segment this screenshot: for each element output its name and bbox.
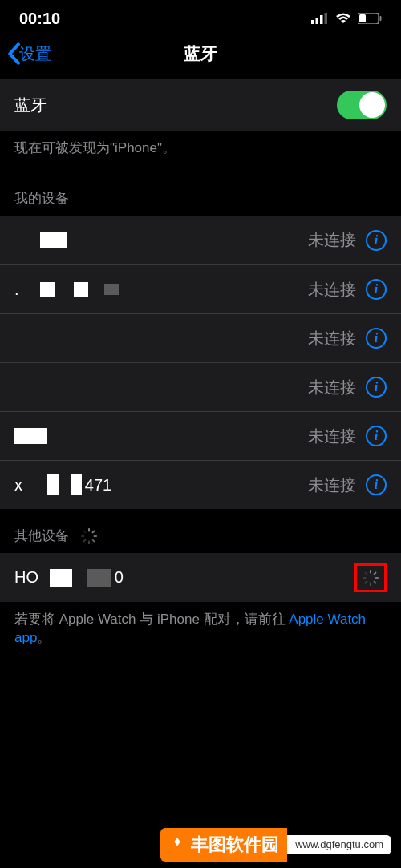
svg-rect-3	[325, 13, 328, 24]
battery-icon	[358, 10, 382, 28]
svg-rect-6	[380, 16, 382, 21]
device-name: .	[14, 281, 119, 299]
device-row[interactable]: 未连接i	[0, 216, 401, 264]
my-devices-list: 未连接i . 未连接i 未连接i 未连接i 未连接i x 471 未连接i	[0, 216, 401, 509]
device-name	[14, 381, 18, 394]
svg-rect-0	[311, 20, 314, 24]
device-row[interactable]: 未连接i	[0, 362, 401, 411]
device-row[interactable]: . 未连接i	[0, 264, 401, 313]
device-row[interactable]: 未连接i	[0, 411, 401, 460]
spinner-icon	[362, 569, 379, 587]
info-icon[interactable]: i	[366, 328, 387, 349]
device-name	[14, 428, 47, 444]
svg-rect-11	[88, 540, 90, 544]
svg-rect-14	[83, 530, 87, 534]
cellular-icon	[311, 10, 329, 28]
apple-watch-footer: 若要将 Apple Watch 与 iPhone 配对，请前往 Apple Wa…	[0, 602, 401, 661]
svg-rect-17	[375, 577, 379, 579]
device-status: 未连接	[308, 377, 356, 398]
bluetooth-toggle-row[interactable]: 蓝牙	[0, 79, 401, 131]
device-status: 未连接	[308, 229, 356, 251]
bluetooth-toggle-section: 蓝牙	[0, 79, 401, 131]
device-name: HO 0	[14, 568, 124, 587]
svg-rect-2	[320, 15, 323, 24]
info-icon[interactable]: i	[366, 230, 387, 251]
other-devices-list: HO 0	[0, 553, 401, 602]
device-name	[14, 231, 67, 249]
watermark: 丰图软件园 www.dgfengtu.com	[0, 822, 401, 868]
svg-rect-1	[316, 18, 319, 24]
other-device-row[interactable]: HO 0	[0, 553, 401, 602]
bluetooth-label: 蓝牙	[14, 95, 47, 116]
svg-rect-9	[94, 535, 98, 537]
my-devices-header: 我的设备	[0, 172, 401, 216]
highlight-box	[354, 563, 387, 592]
svg-rect-16	[373, 571, 377, 575]
svg-rect-18	[373, 580, 377, 584]
svg-rect-12	[83, 539, 87, 543]
watermark-badge: 丰图软件园	[160, 828, 287, 862]
svg-rect-19	[370, 582, 371, 586]
status-indicators	[311, 10, 382, 28]
device-status: 未连接	[308, 279, 356, 301]
svg-rect-15	[370, 569, 371, 573]
page-title: 蓝牙	[0, 42, 401, 65]
device-row[interactable]: x 471 未连接i	[0, 460, 401, 509]
svg-rect-5	[359, 14, 366, 22]
svg-rect-13	[81, 535, 85, 537]
device-row[interactable]: 未连接i	[0, 313, 401, 362]
device-status: 未连接	[308, 426, 356, 447]
bluetooth-switch[interactable]	[337, 91, 387, 119]
svg-rect-7	[88, 527, 90, 531]
svg-rect-20	[364, 580, 368, 584]
nav-bar: 设置 蓝牙	[0, 34, 401, 79]
wifi-icon	[335, 10, 351, 28]
back-button[interactable]: 设置	[6, 42, 51, 65]
discoverable-text: 现在可被发现为"iPhone"。	[0, 131, 401, 172]
back-label: 设置	[19, 43, 51, 65]
spinner-icon	[80, 527, 98, 545]
status-bar: 00:10	[0, 0, 401, 34]
svg-rect-8	[91, 530, 95, 534]
device-name	[14, 332, 18, 345]
svg-rect-22	[364, 571, 368, 575]
info-icon[interactable]: i	[366, 377, 387, 398]
device-name: x 471	[14, 474, 111, 495]
other-devices-header: 其他设备	[0, 509, 401, 553]
status-time: 00:10	[19, 10, 60, 28]
info-icon[interactable]: i	[366, 426, 387, 446]
svg-rect-21	[363, 577, 367, 579]
device-status: 未连接	[308, 328, 356, 349]
device-status: 未连接	[308, 474, 356, 496]
watermark-url: www.dgfengtu.com	[287, 835, 391, 854]
svg-rect-10	[91, 539, 95, 543]
info-icon[interactable]: i	[366, 474, 387, 495]
info-icon[interactable]: i	[366, 279, 387, 300]
